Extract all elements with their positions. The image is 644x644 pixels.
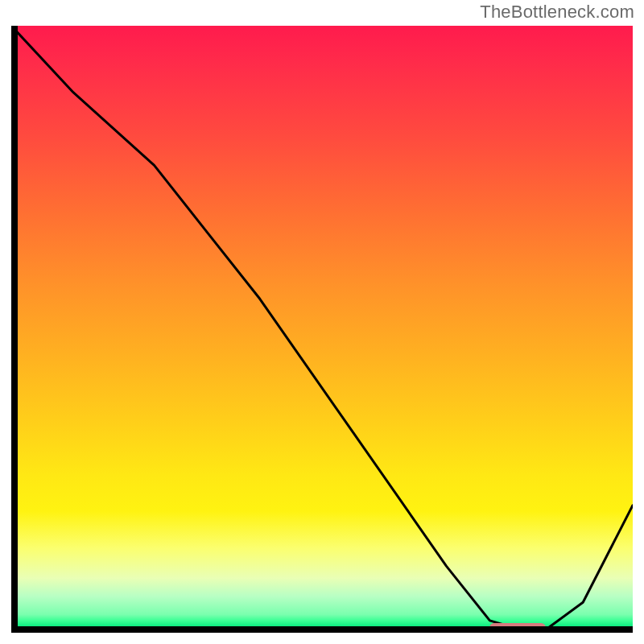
heat-gradient-background xyxy=(11,26,633,633)
watermark-text: TheBottleneck.com xyxy=(480,2,634,23)
plot-area xyxy=(11,26,633,633)
optimal-zone-marker xyxy=(489,623,545,633)
